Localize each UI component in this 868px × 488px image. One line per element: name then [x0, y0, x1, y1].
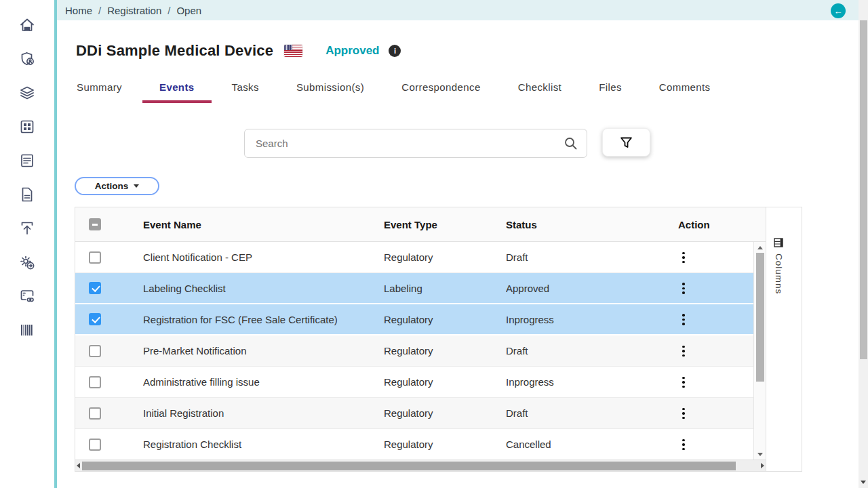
list-document-icon[interactable]	[18, 152, 36, 169]
event-name-cell: Initial Registration	[143, 407, 384, 419]
file-icon[interactable]	[18, 186, 36, 203]
event-name-cell: Registration Checklist	[143, 439, 384, 450]
table-horizontal-scrollbar[interactable]	[75, 460, 766, 471]
row-checkbox[interactable]	[89, 251, 101, 264]
tab-bar: Summary Events Tasks Submission(s) Corre…	[77, 81, 748, 93]
row-actions-kebab-icon[interactable]	[678, 249, 689, 266]
search-input[interactable]	[244, 129, 587, 158]
event-type-cell: Regulatory	[384, 314, 506, 325]
scroll-right-arrow-icon[interactable]	[761, 463, 764, 468]
shield-user-icon[interactable]	[18, 50, 36, 68]
tab-summary[interactable]: Summary	[77, 81, 122, 93]
event-type-cell: Regulatory	[384, 251, 506, 263]
layers-icon[interactable]	[18, 84, 36, 102]
search-icon[interactable]	[564, 136, 578, 150]
row-checkbox[interactable]	[89, 282, 101, 294]
table-row[interactable]: Labeling Checklist Labeling Approved	[75, 273, 753, 304]
actions-dropdown-button[interactable]: Actions	[75, 177, 159, 195]
table-vertical-scrollbar[interactable]	[753, 242, 766, 460]
row-checkbox[interactable]	[89, 407, 101, 420]
scroll-down-arrow-icon[interactable]	[757, 453, 763, 456]
status-cell: Inprogress	[506, 376, 669, 388]
column-header-status[interactable]: Status	[506, 219, 669, 230]
event-type-cell: Regulatory	[384, 376, 506, 388]
info-icon[interactable]: i	[389, 45, 401, 57]
back-arrow-icon[interactable]: ←	[831, 3, 846, 18]
tab-events[interactable]: Events	[159, 81, 195, 93]
table-row[interactable]: Administrative filling issue Regulatory …	[75, 367, 753, 398]
table-row[interactable]: Registration Checklist Regulatory Cancel…	[75, 429, 753, 460]
scroll-left-arrow-icon[interactable]	[77, 463, 80, 468]
event-name-cell: Registration for FSC (Free Sale Certific…	[143, 314, 384, 325]
column-header-event-type[interactable]: Event Type	[384, 219, 506, 230]
breadcrumb-separator: /	[167, 5, 170, 16]
page-scroll-thumb[interactable]	[860, 20, 867, 359]
breadcrumb-home-link[interactable]: Home	[65, 5, 92, 16]
tab-comments[interactable]: Comments	[659, 81, 711, 93]
select-all-checkbox[interactable]	[89, 218, 101, 230]
row-checkbox[interactable]	[89, 439, 101, 451]
chevron-down-icon	[134, 184, 139, 188]
upload-icon[interactable]	[18, 220, 36, 237]
row-actions-kebab-icon[interactable]	[678, 405, 689, 422]
row-checkbox[interactable]	[89, 376, 101, 388]
card-link-icon[interactable]	[18, 287, 36, 305]
event-type-cell: Regulatory	[384, 407, 506, 419]
status-cell: Inprogress	[506, 314, 669, 325]
sidebar-divider	[54, 0, 57, 488]
app-window: Home / Registration / Open ← DDi Sample …	[0, 0, 868, 488]
status-cell: Draft	[506, 345, 669, 357]
vertical-scroll-thumb[interactable]	[756, 253, 764, 382]
page-title: DDi Sample Medical Device	[76, 42, 273, 60]
breadcrumb-separator: /	[98, 5, 101, 16]
columns-panel-toggle[interactable]: Columns	[766, 207, 791, 471]
column-header-action: Action	[669, 219, 766, 230]
event-name-cell: Administrative filling issue	[143, 376, 384, 388]
grid-icon[interactable]	[18, 118, 36, 136]
tab-checklist[interactable]: Checklist	[518, 81, 561, 93]
breadcrumb-registration-link[interactable]: Registration	[107, 5, 161, 16]
event-type-cell: Labeling	[384, 283, 506, 294]
event-name-cell: Client Notification - CEP	[143, 251, 384, 263]
columns-panel-label: Columns	[774, 253, 784, 294]
search-bar	[244, 129, 587, 158]
status-cell: Draft	[506, 251, 669, 263]
table-header-row: Event Name Event Type Status Action	[75, 207, 766, 242]
table-row[interactable]: Registration for FSC (Free Sale Certific…	[75, 304, 753, 336]
scroll-up-arrow-icon[interactable]	[757, 246, 763, 249]
events-table: Event Name Event Type Status Action Clie…	[75, 207, 802, 472]
row-actions-kebab-icon[interactable]	[678, 280, 689, 297]
page-scrollbar[interactable]	[859, 0, 868, 488]
status-cell: Draft	[506, 407, 669, 419]
us-flag-icon	[284, 45, 302, 57]
tab-files[interactable]: Files	[599, 81, 622, 93]
columns-table-icon	[774, 238, 783, 247]
title-row: DDi Sample Medical Device Approved i	[76, 39, 401, 62]
event-type-cell: Regulatory	[384, 439, 506, 450]
row-actions-kebab-icon[interactable]	[678, 374, 689, 391]
table-row[interactable]: Initial Registration Regulatory Draft	[75, 398, 753, 429]
tab-submissions[interactable]: Submission(s)	[296, 81, 364, 93]
tab-correspondence[interactable]: Correspondence	[401, 81, 481, 93]
left-sidebar	[0, 0, 54, 488]
row-actions-kebab-icon[interactable]	[678, 436, 689, 453]
settings-gear-icon[interactable]	[18, 253, 36, 271]
event-type-cell: Regulatory	[384, 345, 506, 357]
row-checkbox[interactable]	[89, 345, 101, 357]
event-name-cell: Labeling Checklist	[143, 283, 384, 294]
barcode-icon[interactable]	[18, 321, 36, 339]
page-scroll-down-arrow-icon[interactable]	[861, 481, 866, 484]
funnel-icon	[619, 136, 633, 150]
table-row[interactable]: Client Notification - CEP Regulatory Dra…	[75, 242, 753, 273]
horizontal-scroll-thumb[interactable]	[82, 462, 736, 470]
table-row[interactable]: Pre-Market Notification Regulatory Draft	[75, 336, 753, 367]
home-icon[interactable]	[18, 16, 36, 34]
column-header-event-name[interactable]: Event Name	[143, 219, 384, 230]
filter-button[interactable]	[602, 128, 650, 157]
tab-tasks[interactable]: Tasks	[232, 81, 259, 93]
breadcrumb-open-link[interactable]: Open	[176, 5, 201, 16]
row-actions-kebab-icon[interactable]	[678, 311, 689, 328]
row-checkbox[interactable]	[89, 313, 101, 325]
event-name-cell: Pre-Market Notification	[143, 345, 384, 357]
row-actions-kebab-icon[interactable]	[678, 343, 689, 360]
